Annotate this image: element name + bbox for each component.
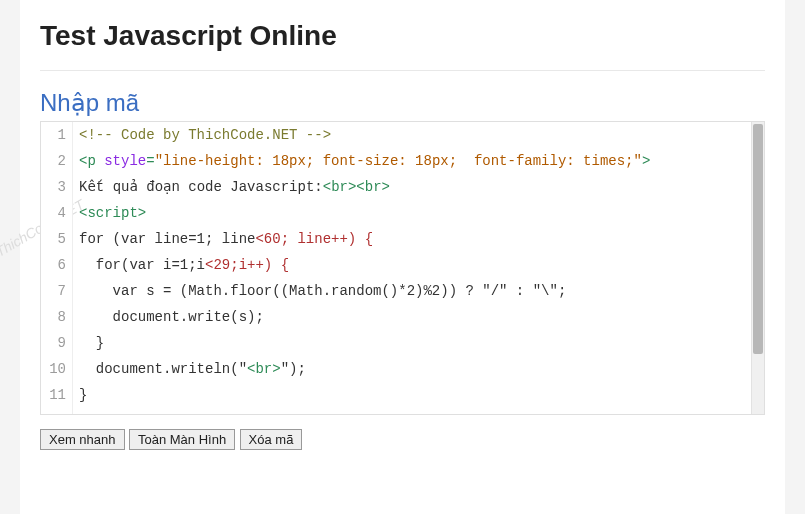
code-line[interactable]: } (79, 382, 750, 408)
editor-scrollbar[interactable] (751, 122, 764, 414)
page-title: Test Javascript Online (40, 20, 765, 71)
code-editor[interactable]: 1234567891011 <!-- Code by ThichCode.NET… (40, 121, 765, 415)
line-number: 3 (41, 174, 66, 200)
code-line[interactable]: <p style="line-height: 18px; font-size: … (79, 148, 750, 174)
code-line[interactable]: document.write(s); (79, 304, 750, 330)
line-number: 2 (41, 148, 66, 174)
code-line[interactable]: Kết quả đoạn code Javascript:<br><br> (79, 174, 750, 200)
code-line[interactable]: for (var line=1; line<60; line++) { (79, 226, 750, 252)
code-line[interactable]: } (79, 330, 750, 356)
line-number: 1 (41, 122, 66, 148)
line-number: 6 (41, 252, 66, 278)
clear-button[interactable]: Xóa mã (240, 429, 303, 450)
preview-button[interactable]: Xem nhanh (40, 429, 125, 450)
line-number: 10 (41, 356, 66, 382)
code-area[interactable]: <!-- Code by ThichCode.NET --><p style="… (73, 122, 750, 414)
code-line[interactable]: <!-- Code by ThichCode.NET --> (79, 122, 750, 148)
button-row: Xem nhanh Toàn Màn Hình Xóa mã (40, 429, 765, 450)
code-line[interactable]: document.writeln("<br>"); (79, 356, 750, 382)
line-number-gutter: 1234567891011 (41, 122, 73, 414)
section-title: Nhập mã (40, 89, 765, 117)
line-number: 4 (41, 200, 66, 226)
line-number: 5 (41, 226, 66, 252)
scrollbar-thumb[interactable] (753, 124, 763, 354)
line-number: 11 (41, 382, 66, 408)
code-line[interactable]: for(var i=1;i<29;i++) { (79, 252, 750, 278)
line-number: 7 (41, 278, 66, 304)
line-number: 9 (41, 330, 66, 356)
page-card: ThichCode.NET Test Javascript Online Nhậ… (20, 0, 785, 514)
code-line[interactable]: <script> (79, 200, 750, 226)
line-number: 8 (41, 304, 66, 330)
fullscreen-button[interactable]: Toàn Màn Hình (129, 429, 235, 450)
code-line[interactable]: var s = (Math.floor((Math.random()*2)%2)… (79, 278, 750, 304)
